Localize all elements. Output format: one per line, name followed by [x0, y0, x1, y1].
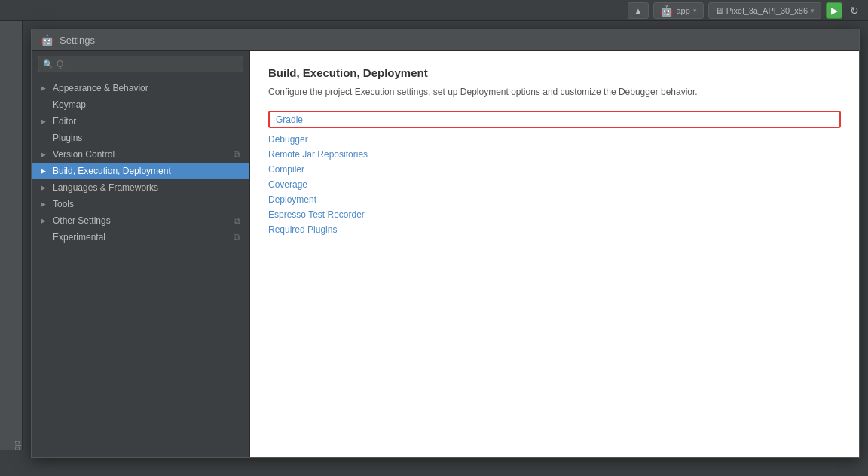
- sidebar-item-editor[interactable]: ▶ Editor: [32, 113, 249, 130]
- sidebar-item-label: Build, Execution, Deployment: [53, 166, 240, 176]
- device-screen-icon: 🖥: [715, 6, 723, 15]
- arrow-icon: ▶: [41, 84, 48, 92]
- arrow-icon: ▶: [41, 200, 48, 208]
- android-icon: 🤖: [660, 5, 673, 17]
- link-remote-jar[interactable]: Remote Jar Repositories: [268, 149, 841, 160]
- run-icon: ▶: [831, 5, 838, 16]
- sidebar-item-label: Experimental: [53, 232, 234, 243]
- copy-icon: ⧉: [234, 232, 240, 243]
- arrow-icon: ▶: [41, 217, 48, 224]
- sidebar-item-plugins[interactable]: Plugins: [32, 130, 249, 146]
- link-compiler[interactable]: Compiler: [268, 164, 841, 175]
- toolbar: ▲ 🤖 app ▾ 🖥 Pixel_3a_API_30_x86 ▾ ▶ ↻: [0, 0, 868, 21]
- run-button[interactable]: ▶: [826, 2, 842, 19]
- refresh-button[interactable]: ↻: [847, 5, 862, 17]
- dialog-android-icon: 🤖: [41, 34, 53, 46]
- search-input[interactable]: [57, 59, 238, 69]
- sidebar-item-label: Plugins: [53, 133, 240, 143]
- sidebar-item-appearance[interactable]: ▶ Appearance & Behavior: [32, 80, 249, 96]
- left-edge-text: dio: [14, 441, 22, 450]
- nav-list: ▶ Appearance & Behavior Keymap ▶ Editor: [32, 77, 249, 457]
- device-label: Pixel_3a_API_30_x86: [726, 6, 808, 15]
- gradle-highlight-box: Gradle: [268, 111, 841, 128]
- sidebar-item-label: Editor: [53, 116, 240, 127]
- content-links: Gradle Debugger Remote Jar Repositories …: [268, 111, 841, 235]
- arrow-icon: ▶: [41, 117, 48, 125]
- app-label: app: [676, 6, 689, 15]
- search-box[interactable]: 🔍: [38, 56, 243, 72]
- arrow-icon: ▶: [41, 151, 48, 158]
- sidebar-item-label: Appearance & Behavior: [53, 83, 240, 93]
- search-icon: 🔍: [43, 60, 53, 69]
- link-espresso[interactable]: Espresso Test Recorder: [268, 209, 841, 220]
- device-selector[interactable]: 🖥 Pixel_3a_API_30_x86 ▾: [708, 2, 821, 19]
- sidebar-item-version-control[interactable]: ▶ Version Control ⧉: [32, 146, 249, 163]
- link-debugger[interactable]: Debugger: [268, 134, 841, 145]
- content-panel: Build, Execution, Deployment Configure t…: [250, 51, 859, 457]
- sidebar-item-label: Version Control: [53, 149, 234, 160]
- dropdown-arrow-icon: ▾: [693, 7, 697, 14]
- sidebar-item-keymap[interactable]: Keymap: [32, 96, 249, 113]
- dialog-titlebar: 🤖 Settings: [32, 29, 859, 51]
- content-title: Build, Execution, Deployment: [268, 66, 841, 79]
- link-coverage[interactable]: Coverage: [268, 179, 841, 190]
- sidebar-item-label: Tools: [53, 199, 240, 209]
- sidebar-item-label: Languages & Frameworks: [53, 182, 240, 193]
- sidebar-item-label: Other Settings: [53, 215, 234, 226]
- link-gradle[interactable]: Gradle: [276, 114, 303, 125]
- content-description: Configure the project Execution settings…: [268, 85, 841, 99]
- sidebar-item-build-execution[interactable]: ▶ Build, Execution, Deployment: [32, 163, 249, 179]
- sidebar: 🔍 ▶ Appearance & Behavior Keymap: [32, 51, 250, 457]
- sidebar-item-languages[interactable]: ▶ Languages & Frameworks: [32, 179, 249, 196]
- device-dropdown-arrow: ▾: [811, 7, 815, 14]
- sidebar-item-experimental[interactable]: Experimental ⧉: [32, 229, 249, 246]
- arrow-up-btn[interactable]: ▲: [628, 2, 649, 19]
- refresh-icon: ↻: [850, 5, 859, 17]
- sidebar-item-label: Keymap: [53, 99, 240, 110]
- copy-icon: ⧉: [234, 149, 240, 160]
- sidebar-item-tools[interactable]: ▶ Tools: [32, 196, 249, 212]
- link-required-plugins[interactable]: Required Plugins: [268, 224, 841, 235]
- app-selector[interactable]: 🤖 app ▾: [653, 2, 703, 19]
- copy-icon: ⧉: [234, 215, 240, 226]
- left-edge-strip: dio: [0, 21, 23, 450]
- dialog-title: Settings: [60, 35, 95, 46]
- settings-dialog: 🤖 Settings 🔍 ▶ Appearance & Behavior: [31, 29, 860, 458]
- link-deployment[interactable]: Deployment: [268, 194, 841, 205]
- dialog-body: 🔍 ▶ Appearance & Behavior Keymap: [32, 51, 859, 457]
- arrow-icon: ▶: [41, 167, 48, 175]
- arrow-icon: ▶: [41, 184, 48, 191]
- sidebar-item-other-settings[interactable]: ▶ Other Settings ⧉: [32, 212, 249, 229]
- arrow-up-icon: ▲: [634, 6, 643, 15]
